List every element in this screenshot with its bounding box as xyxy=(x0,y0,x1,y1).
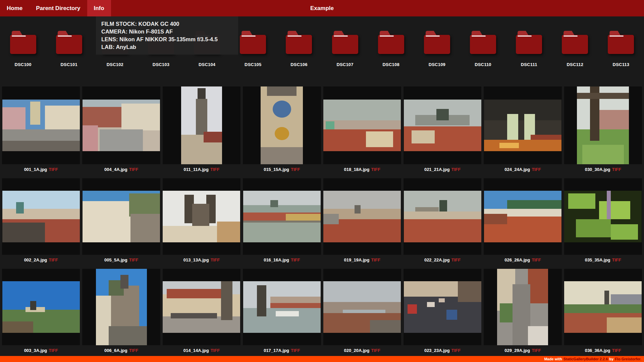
photo-thumbnail[interactable] xyxy=(404,178,481,255)
folder-dsc101[interactable]: DSC101 xyxy=(46,35,92,67)
nav-item-home[interactable]: Home xyxy=(0,0,29,16)
tiff-link[interactable]: TIFF xyxy=(129,348,138,353)
folder-dsc109[interactable]: DSC109 xyxy=(414,35,460,67)
filename-link[interactable]: 005_5A.jpg xyxy=(104,257,127,262)
photo-thumbnail[interactable] xyxy=(484,86,561,164)
gallery-item: 003_3A.jpgTIFF xyxy=(2,269,80,355)
photo-thumbnail[interactable] xyxy=(243,269,321,345)
author-link[interactable]: Flo Greistorfer. xyxy=(615,357,641,361)
tiff-link[interactable]: TIFF xyxy=(129,257,138,262)
filename-link[interactable]: 023_23A.jpg xyxy=(424,348,450,353)
folder-dsc111[interactable]: DSC111 xyxy=(506,35,552,67)
photo-thumbnail[interactable] xyxy=(484,178,561,255)
photo-thumbnail[interactable] xyxy=(243,178,321,255)
tiff-link[interactable]: TIFF xyxy=(451,167,461,172)
filename-link[interactable]: 030_30A.jpg xyxy=(585,167,610,172)
filename-link[interactable]: 029_29A.jpg xyxy=(504,348,530,353)
tiff-link[interactable]: TIFF xyxy=(291,167,300,172)
photo-thumbnail[interactable] xyxy=(163,178,240,255)
tiff-link[interactable]: TIFF xyxy=(451,257,461,262)
photo-thumbnail[interactable] xyxy=(82,178,160,255)
folder-dsc113[interactable]: DSC113 xyxy=(598,35,644,67)
photo-thumbnail[interactable] xyxy=(404,269,481,345)
tiff-link[interactable]: TIFF xyxy=(371,257,380,262)
photo-thumbnail[interactable] xyxy=(2,178,80,255)
filename-link[interactable]: 001_1A.jpg xyxy=(24,167,47,172)
filename-link[interactable]: 024_24A.jpg xyxy=(504,167,530,172)
tiff-link[interactable]: TIFF xyxy=(291,257,300,262)
folder-dsc107[interactable]: DSC107 xyxy=(322,35,368,67)
photo-thumbnail[interactable] xyxy=(404,86,481,164)
tiff-link[interactable]: TIFF xyxy=(612,257,621,262)
photo-thumbnail[interactable] xyxy=(2,269,80,345)
info-line: LENS: Nikon AF NIKKOR 35-135mm f/3.5-4.5 xyxy=(101,36,233,43)
filename-link[interactable]: 035_35A.jpg xyxy=(585,257,610,262)
nav-item-info[interactable]: Info xyxy=(87,0,111,16)
tiff-link[interactable]: TIFF xyxy=(49,167,58,172)
photo-label: 026_26A.jpgTIFF xyxy=(484,255,561,265)
photo-thumbnail[interactable] xyxy=(564,269,642,345)
photo-image xyxy=(484,100,561,151)
tiff-link[interactable]: TIFF xyxy=(532,167,541,172)
filename-link[interactable]: 004_4A.jpg xyxy=(104,167,127,172)
folder-label: DSC109 xyxy=(429,62,445,67)
tiff-link[interactable]: TIFF xyxy=(612,167,621,172)
filename-link[interactable]: 011_11A.jpg xyxy=(183,167,208,172)
photo-thumbnail[interactable] xyxy=(82,86,160,164)
filename-link[interactable]: 003_3A.jpg xyxy=(24,348,47,353)
filename-link[interactable]: 018_18A.jpg xyxy=(344,167,370,172)
photo-thumbnail[interactable] xyxy=(82,269,160,345)
tiff-link[interactable]: TIFF xyxy=(211,257,220,262)
folder-dsc106[interactable]: DSC106 xyxy=(276,35,322,67)
tiff-link[interactable]: TIFF xyxy=(612,348,621,353)
tiff-link[interactable]: TIFF xyxy=(532,348,541,353)
tiff-link[interactable]: TIFF xyxy=(211,348,220,353)
tiff-link[interactable]: TIFF xyxy=(371,167,380,172)
filename-link[interactable]: 021_21A.jpg xyxy=(424,167,450,172)
photo-thumbnail[interactable] xyxy=(564,178,642,255)
folder-label: DSC107 xyxy=(336,62,353,67)
filename-link[interactable]: 020_20A.jpg xyxy=(344,348,370,353)
filename-link[interactable]: 017_17A.jpg xyxy=(264,348,289,353)
tiff-link[interactable]: TIFF xyxy=(129,167,138,172)
filename-link[interactable]: 013_13A.jpg xyxy=(183,257,209,262)
photo-thumbnail[interactable] xyxy=(163,269,240,345)
photo-thumbnail[interactable] xyxy=(2,86,80,164)
tiff-link[interactable]: TIFF xyxy=(451,348,461,353)
filename-link[interactable]: 014_14A.jpg xyxy=(183,348,209,353)
builder-link[interactable]: StaticGalleryBuilder 2.2.6 xyxy=(564,357,608,361)
filename-link[interactable]: 022_22A.jpg xyxy=(424,257,450,262)
photo-thumbnail[interactable] xyxy=(323,86,401,164)
filename-link[interactable]: 026_26A.jpg xyxy=(504,257,530,262)
tiff-link[interactable]: TIFF xyxy=(291,348,300,353)
photo-thumbnail[interactable] xyxy=(243,86,321,164)
filename-link[interactable]: 019_19A.jpg xyxy=(344,257,370,262)
filename-link[interactable]: 002_2A.jpg xyxy=(24,257,47,262)
folder-icon xyxy=(562,35,588,54)
folder-dsc100[interactable]: DSC100 xyxy=(0,35,46,67)
photo-thumbnail[interactable] xyxy=(163,86,240,164)
photo-thumbnail[interactable] xyxy=(484,269,561,345)
filename-link[interactable]: 015_15A.jpg xyxy=(264,167,289,172)
nav-item-parent-directory[interactable]: Parent Directory xyxy=(29,0,87,16)
folder-label: DSC111 xyxy=(521,62,537,67)
tiff-link[interactable]: TIFF xyxy=(49,257,58,262)
folder-icon xyxy=(286,35,312,54)
photo-image xyxy=(243,281,321,333)
photo-thumbnail[interactable] xyxy=(323,269,401,345)
folder-label: DSC102 xyxy=(107,62,123,67)
tiff-link[interactable]: TIFF xyxy=(371,348,380,353)
folder-dsc108[interactable]: DSC108 xyxy=(368,35,414,67)
folder-dsc110[interactable]: DSC110 xyxy=(460,35,506,67)
folder-icon xyxy=(608,35,634,54)
tiff-link[interactable]: TIFF xyxy=(210,167,219,172)
filename-link[interactable]: 016_16A.jpg xyxy=(264,257,289,262)
photo-image xyxy=(181,86,222,164)
photo-thumbnail[interactable] xyxy=(323,178,401,255)
photo-thumbnail[interactable] xyxy=(564,86,642,164)
filename-link[interactable]: 006_6A.jpg xyxy=(104,348,127,353)
folder-dsc112[interactable]: DSC112 xyxy=(552,35,598,67)
tiff-link[interactable]: TIFF xyxy=(49,348,58,353)
filename-link[interactable]: 036_36A.jpg xyxy=(585,348,610,353)
tiff-link[interactable]: TIFF xyxy=(532,257,541,262)
